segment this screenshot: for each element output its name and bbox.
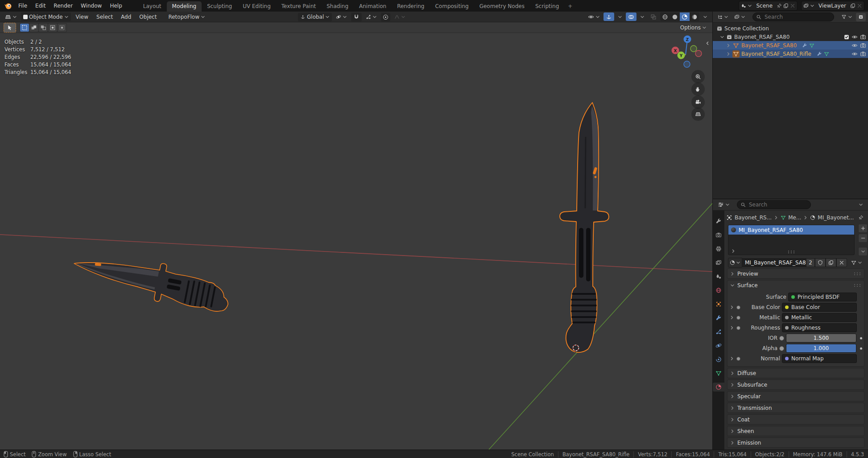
gizmos-dropdown[interactable] — [616, 12, 624, 21]
mesh-data-icon[interactable] — [824, 51, 829, 57]
material-name-field[interactable]: MI_Bayonet_RSAF_SA80 — [742, 258, 806, 267]
outliner-display-mode[interactable] — [715, 13, 731, 21]
options-popover[interactable]: Options — [678, 23, 709, 32]
scene-name[interactable]: Scene — [753, 3, 775, 9]
select-mode-intersect[interactable] — [58, 24, 66, 32]
outliner-filter-mode[interactable] — [732, 13, 748, 21]
menu-render[interactable]: Render — [50, 3, 77, 9]
navigation-gizmo[interactable]: Z X Y — [665, 34, 706, 71]
menu-window[interactable]: Window — [77, 3, 106, 9]
disable-render-camera-icon[interactable] — [860, 42, 866, 49]
tab-object[interactable] — [713, 300, 724, 309]
gizmo-axis-neg-x[interactable] — [695, 50, 702, 57]
zoom-view-button[interactable] — [691, 70, 705, 83]
slot-specials-button[interactable] — [858, 247, 868, 256]
unlink-material-button[interactable] — [836, 258, 847, 267]
shading-wireframe-button[interactable] — [660, 12, 670, 21]
collapse-icon[interactable] — [730, 283, 735, 288]
mesh-data-icon[interactable] — [809, 43, 814, 48]
drag-grip-icon[interactable] — [853, 272, 861, 276]
tab-particles[interactable] — [713, 327, 724, 336]
ior-slider[interactable]: 1.500 — [786, 334, 856, 342]
camera-view-button[interactable] — [691, 95, 705, 109]
material-slot-active[interactable]: MI_Bayonet_RSAF_SA80 — [728, 225, 854, 235]
pivot-point-selector[interactable] — [334, 13, 349, 21]
tab-scripting[interactable]: Scripting — [530, 1, 564, 12]
select-mode-extend[interactable] — [29, 24, 38, 32]
panel-preview[interactable]: Preview — [727, 268, 864, 279]
chevron-down-icon[interactable] — [748, 4, 752, 8]
chevron-down-icon[interactable] — [810, 4, 814, 8]
pin-icon[interactable] — [777, 3, 782, 8]
outliner-search[interactable] — [752, 12, 834, 21]
tab-tool[interactable] — [713, 217, 724, 226]
object-name[interactable]: Bayonet_RSAF_SA80 — [741, 42, 797, 49]
shading-dropdown[interactable] — [701, 12, 710, 21]
remove-slot-button[interactable] — [858, 234, 868, 243]
panel-surface[interactable]: Surface Surface Principled BSDF — [727, 280, 864, 367]
menu-view[interactable]: View — [73, 14, 91, 20]
expand-icon[interactable] — [726, 43, 731, 48]
browse-material-button[interactable] — [728, 258, 742, 268]
panel-subsurface[interactable]: Subsurface — [727, 380, 864, 390]
outliner-filter-button[interactable] — [839, 13, 855, 21]
menu-help[interactable]: Help — [106, 3, 126, 9]
scene-collection-label[interactable]: Scene Collection — [724, 25, 769, 32]
expand-icon[interactable] — [729, 305, 735, 309]
tab-modifiers[interactable] — [713, 314, 724, 322]
fake-user-button[interactable] — [815, 258, 826, 267]
tab-rendering[interactable]: Rendering — [392, 1, 430, 12]
outliner-row-scene-collection[interactable]: Scene Collection — [713, 24, 868, 33]
select-mode-subtract[interactable] — [39, 24, 48, 32]
expand-icon[interactable] — [729, 326, 735, 330]
modifier-wrench-icon[interactable] — [802, 43, 807, 48]
properties-search-input[interactable] — [748, 201, 807, 208]
base-color-input[interactable]: Base Color — [782, 303, 857, 312]
tab-view-layer[interactable] — [713, 258, 724, 267]
breadcrumb-material[interactable]: MI_Bayonet... — [818, 215, 854, 221]
tab-object-data[interactable] — [713, 369, 724, 378]
gizmo-axis-neg-y[interactable] — [690, 45, 697, 52]
panel-emission[interactable]: Emission — [727, 437, 864, 448]
normal-input[interactable]: Normal Map — [782, 354, 857, 363]
menu-object[interactable]: Object — [136, 14, 160, 20]
perspective-toggle-button[interactable] — [691, 107, 705, 121]
panel-sheen[interactable]: Sheen — [727, 426, 864, 436]
modifier-wrench-icon[interactable] — [817, 51, 822, 57]
tab-physics[interactable] — [713, 341, 724, 350]
snap-toggle[interactable] — [351, 13, 362, 21]
new-material-button[interactable] — [826, 258, 836, 267]
menu-retopoflow[interactable]: RetopoFlow — [166, 12, 207, 21]
tab-uv-editing[interactable]: UV Editing — [237, 1, 276, 12]
hide-eye-icon[interactable] — [851, 34, 858, 40]
snap-target-selector[interactable] — [364, 13, 379, 21]
proportional-editing-toggle[interactable] — [381, 13, 390, 21]
tab-animation[interactable]: Animation — [354, 1, 392, 12]
keyframe-dot-icon[interactable] — [860, 347, 862, 350]
breadcrumb-object[interactable]: Bayonet_RS... — [735, 215, 772, 221]
link-material-dropdown[interactable] — [849, 259, 864, 267]
alpha-slider[interactable]: 1.000 — [786, 344, 856, 353]
copy-view-layer-icon[interactable] — [850, 3, 856, 8]
disable-render-camera-icon[interactable] — [860, 34, 866, 40]
expand-icon[interactable] — [730, 272, 735, 276]
shader-selector[interactable]: Principled BSDF — [788, 293, 857, 301]
select-mode-set[interactable] — [20, 24, 29, 32]
copy-scene-icon[interactable] — [783, 3, 789, 8]
expand-icon[interactable] — [729, 315, 735, 320]
shading-rendered-button[interactable] — [690, 12, 699, 21]
menu-add[interactable]: Add — [118, 14, 134, 20]
tab-sculpting[interactable]: Sculpting — [202, 1, 237, 12]
drag-grip-icon[interactable] — [853, 284, 861, 287]
shading-solid-button[interactable] — [670, 12, 680, 21]
disable-render-camera-icon[interactable] — [860, 51, 866, 57]
tab-texture-paint[interactable]: Texture Paint — [276, 1, 321, 12]
pan-view-button[interactable] — [691, 83, 705, 96]
panel-coat[interactable]: Coat — [727, 414, 864, 425]
breadcrumb-mesh[interactable]: Me... — [788, 215, 801, 221]
overlays-toggle[interactable] — [626, 12, 637, 21]
object-name[interactable]: Bayonet_RSAF_SA80_Rifle — [741, 51, 811, 57]
outliner-row-object-selected[interactable]: Bayonet_RSAF_SA80_Rifle — [713, 50, 868, 58]
sidebar-toggle-icon[interactable] — [705, 41, 710, 45]
scene-selector[interactable]: Scene — [739, 1, 798, 11]
